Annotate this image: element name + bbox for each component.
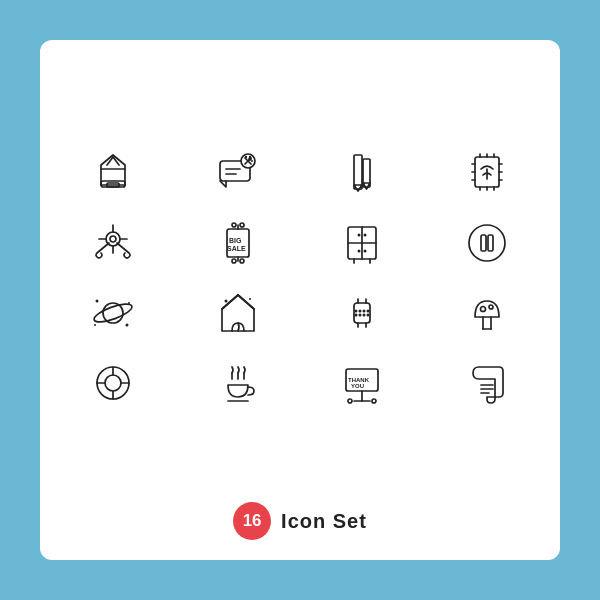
svg-point-64 xyxy=(128,302,130,304)
pause-button-icon xyxy=(434,217,541,269)
smartwatch-icon xyxy=(309,287,416,339)
svg-rect-60 xyxy=(488,235,493,251)
svg-point-106 xyxy=(348,399,352,403)
planet-icon xyxy=(60,287,167,339)
svg-point-14 xyxy=(245,156,247,158)
svg-point-12 xyxy=(249,158,251,160)
svg-point-80 xyxy=(359,314,362,317)
svg-point-83 xyxy=(367,310,370,313)
svg-point-90 xyxy=(489,305,493,309)
svg-point-92 xyxy=(105,375,121,391)
svg-rect-59 xyxy=(481,235,486,251)
bookmark-icon xyxy=(309,147,416,199)
svg-line-68 xyxy=(222,295,238,309)
svg-point-79 xyxy=(363,310,366,313)
footer-label: Icon Set xyxy=(281,510,367,533)
chat-cancel-icon xyxy=(185,147,292,199)
svg-point-42 xyxy=(232,223,236,227)
svg-point-15 xyxy=(251,160,253,162)
svg-point-55 xyxy=(364,250,367,253)
icon-count-badge: 16 xyxy=(233,502,271,540)
svg-point-66 xyxy=(94,324,96,326)
settings-wrench-icon xyxy=(60,217,167,269)
house-tongue-icon xyxy=(185,287,292,339)
svg-point-82 xyxy=(355,310,358,313)
svg-point-54 xyxy=(358,250,361,253)
svg-text:SALE: SALE xyxy=(227,245,246,252)
svg-point-43 xyxy=(240,223,244,227)
svg-point-81 xyxy=(363,314,366,317)
donut-icon xyxy=(60,357,167,409)
svg-point-47 xyxy=(232,259,236,263)
svg-marker-19 xyxy=(363,183,370,189)
icons-grid: BIG SALE xyxy=(60,68,540,488)
svg-point-70 xyxy=(224,300,227,303)
svg-point-62 xyxy=(92,301,134,326)
svg-point-48 xyxy=(240,259,244,263)
footer: 16 Icon Set xyxy=(233,502,367,540)
svg-point-71 xyxy=(249,298,251,300)
svg-point-53 xyxy=(364,234,367,237)
svg-point-78 xyxy=(359,310,362,313)
svg-rect-4 xyxy=(101,181,125,187)
svg-point-72 xyxy=(251,306,253,308)
svg-point-63 xyxy=(96,300,99,303)
svg-rect-73 xyxy=(354,303,370,323)
icon-set-card: BIG SALE xyxy=(40,40,560,560)
bag-icon xyxy=(60,147,167,199)
svg-point-107 xyxy=(372,399,376,403)
scroll-icon xyxy=(434,357,541,409)
mushroom-icon xyxy=(434,287,541,339)
svg-point-58 xyxy=(469,225,505,261)
svg-point-52 xyxy=(358,234,361,237)
svg-text:YOU: YOU xyxy=(351,383,364,389)
badge-value: 16 xyxy=(243,511,262,531)
svg-text:BIG: BIG xyxy=(229,237,242,244)
thank-you-sign-icon: THANK YOU xyxy=(309,357,416,409)
plant-chip-icon xyxy=(434,147,541,199)
cabinet-icon xyxy=(309,217,416,269)
big-sale-icon: BIG SALE xyxy=(185,217,292,269)
svg-point-84 xyxy=(355,314,358,317)
svg-point-65 xyxy=(126,324,129,327)
svg-point-89 xyxy=(480,307,485,312)
svg-point-85 xyxy=(367,314,370,317)
svg-rect-16 xyxy=(354,155,362,189)
hot-cup-icon xyxy=(185,357,292,409)
svg-point-13 xyxy=(249,156,251,158)
svg-marker-17 xyxy=(354,185,362,191)
svg-point-35 xyxy=(110,236,116,242)
